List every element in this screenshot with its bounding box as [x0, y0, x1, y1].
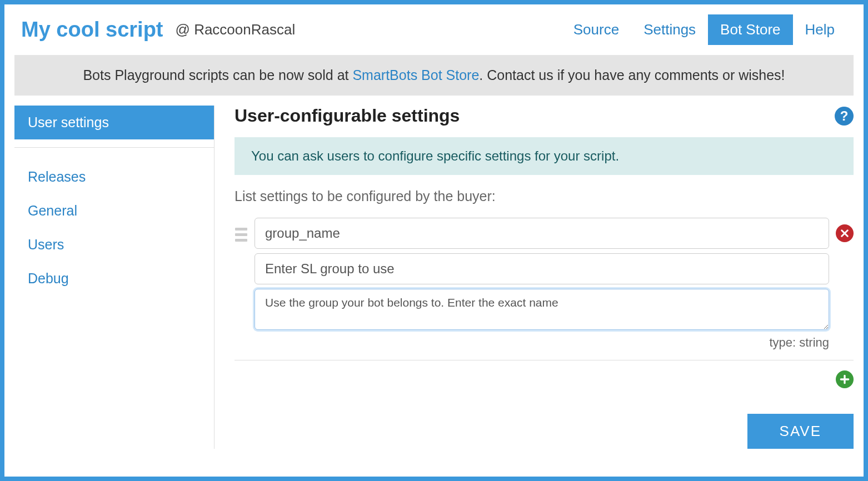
- bot-store-link[interactable]: SmartBots Bot Store: [352, 67, 479, 83]
- setting-description-input[interactable]: Use the group your bot belongs to. Enter…: [255, 289, 829, 330]
- sidebar: User settings Releases General Users Deb…: [14, 106, 214, 449]
- save-row: SAVE: [235, 414, 854, 449]
- content-area: User settings Releases General Users Deb…: [4, 106, 864, 449]
- setting-row: Use the group your bot belongs to. Enter…: [235, 218, 854, 360]
- nav-tabs: Source Settings Bot Store Help: [561, 14, 847, 45]
- header: My cool script @ RaccoonRascal Source Se…: [4, 4, 864, 55]
- script-title: My cool script: [21, 18, 163, 42]
- add-icon[interactable]: [836, 370, 854, 388]
- info-banner: Bots Playground scripts can be now sold …: [14, 55, 854, 96]
- main-panel: User-configurable settings ? You can ask…: [214, 106, 854, 449]
- info-box: You can ask users to configure specific …: [235, 137, 854, 175]
- setting-type-label: type: string: [255, 335, 829, 350]
- delete-icon[interactable]: [836, 224, 854, 242]
- add-row: [235, 367, 854, 398]
- sidebar-item-users[interactable]: Users: [14, 228, 214, 262]
- save-button[interactable]: SAVE: [747, 414, 854, 449]
- sidebar-item-releases[interactable]: Releases: [14, 160, 214, 194]
- sidebar-item-debug[interactable]: Debug: [14, 262, 214, 295]
- tab-source[interactable]: Source: [561, 14, 631, 45]
- setting-prompt-input[interactable]: [255, 253, 829, 284]
- sidebar-item-user-settings[interactable]: User settings: [14, 106, 214, 139]
- page-title: User-configurable settings: [235, 106, 460, 126]
- tab-settings[interactable]: Settings: [631, 14, 708, 45]
- sidebar-item-general[interactable]: General: [14, 194, 214, 228]
- setting-name-input[interactable]: [255, 218, 829, 249]
- help-icon[interactable]: ?: [835, 107, 854, 126]
- author-label: @ RaccoonRascal: [176, 21, 296, 38]
- list-label: List settings to be configured by the bu…: [235, 188, 854, 204]
- tab-bot-store[interactable]: Bot Store: [708, 14, 792, 45]
- main-header-row: User-configurable settings ?: [235, 106, 854, 126]
- sidebar-divider: [14, 147, 214, 148]
- setting-fields: Use the group your bot belongs to. Enter…: [255, 218, 829, 350]
- drag-handle-icon[interactable]: [235, 218, 248, 242]
- tab-help[interactable]: Help: [793, 14, 847, 45]
